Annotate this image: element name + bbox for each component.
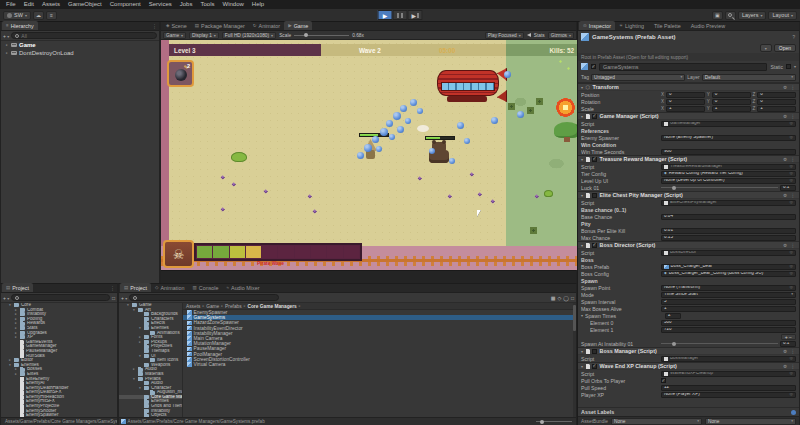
tab-hierarchy[interactable]: ≡ Hierarchy [2, 21, 38, 30]
row-script[interactable]: ScriptWaveEndXPCleanup◎ [578, 370, 799, 377]
gizmos-dropdown[interactable]: Gizmos▾ [548, 32, 574, 39]
object-picker-icon[interactable]: ◎ [790, 264, 794, 269]
game-target-dropdown[interactable]: Game▾ [163, 32, 186, 39]
inspector-tab[interactable]: Tile Palette [648, 21, 685, 30]
lock-icon[interactable]: □ [571, 295, 574, 301]
expand-arrow-icon[interactable]: ▾ [8, 303, 12, 308]
value-field[interactable]: 720 [661, 327, 796, 333]
layer-dropdown[interactable]: Default▾ [702, 74, 796, 81]
mute-audio-icon[interactable] [527, 33, 531, 37]
lock-icon[interactable]: □ [112, 295, 115, 301]
component-header-icons[interactable]: ⚙ ⋮ [783, 243, 796, 248]
view-tab[interactable]: ↻ Animator [249, 21, 284, 30]
stats-button[interactable]: Stats [534, 33, 545, 38]
row-enemy-spawner[interactable]: Enemy SpawnerNone (Enemy Spawner)◎ [578, 134, 799, 141]
bottom-tab[interactable]: ▤ Project [120, 283, 151, 292]
row-spawn-times[interactable]: ▾Spawn Times2 [578, 312, 799, 319]
row-pull-orbs-to-player[interactable]: Pull Orbs To Player✓ [578, 377, 799, 384]
array-size-field[interactable]: 2 [665, 313, 681, 319]
component-header-game-manager-script[interactable]: ▾✓Game Manager (Script)⚙ ⋮ [578, 112, 799, 120]
fold-arrow-icon[interactable]: ▾ [581, 193, 583, 198]
row-player-xp[interactable]: Player XPNone (Player XP)◎ [578, 391, 799, 398]
view-tab[interactable]: ▶ Game [284, 21, 312, 30]
value-field[interactable]: 0.15 [661, 235, 796, 241]
object-field[interactable]: TreasureRewardManager◎ [661, 164, 796, 170]
array-add-remove-buttons[interactable]: + − [781, 334, 796, 340]
view-tab[interactable]: ▤ Package Manager [191, 21, 249, 30]
component-header-icons[interactable]: ⚙ ⋮ [783, 114, 796, 119]
hidden-packages-icon[interactable]: ◯ [563, 295, 569, 301]
expand-arrow-icon[interactable]: ▾ [138, 386, 142, 391]
row-position[interactable]: PositionX0Y0Z0 [578, 91, 799, 98]
enabled-checkbox[interactable]: ✓ [592, 243, 597, 248]
value-field[interactable]: 12 [661, 385, 796, 391]
cloud-button[interactable]: ☁ [33, 11, 44, 20]
thumbnail-size-slider[interactable] [536, 421, 572, 422]
add-button[interactable]: + ▾ [3, 33, 9, 39]
expand-arrow-icon[interactable]: ▸ [5, 51, 9, 55]
enabled-checkbox[interactable] [592, 193, 597, 198]
object-picker-icon[interactable]: ◎ [790, 171, 794, 176]
expand-arrow-icon[interactable]: ▾ [132, 308, 136, 313]
preview-packages-button[interactable]: ▣ [712, 11, 723, 20]
row-max-chance[interactable]: Max Chance0.15 [578, 234, 799, 241]
dropdown-field[interactable]: Time Since Start▾ [661, 292, 796, 298]
enabled-checkbox[interactable] [592, 349, 597, 354]
layers-dropdown[interactable]: Layers ▾ [738, 11, 767, 20]
component-header-icons[interactable]: ⚙ ⋮ [783, 157, 796, 162]
inspector-tab[interactable]: Audio Preview [685, 21, 729, 30]
menu-item[interactable]: GameObject [64, 0, 106, 9]
row-luck-01[interactable]: Luck 010.1 [578, 184, 799, 191]
breadcrumb-item[interactable]: Prefabs ▸ [225, 304, 245, 309]
object-field[interactable]: ◆Reward Config (Reward Tier Config)◎ [661, 171, 796, 177]
slider-track[interactable] [661, 343, 778, 344]
row-mode[interactable]: ModeTime Since Start▾ [578, 291, 799, 298]
active-checkbox[interactable]: ✓ [591, 64, 596, 69]
row-script[interactable]: ScriptBossDirector◎ [578, 249, 799, 256]
expand-arrow-icon[interactable]: ▾ [138, 354, 142, 359]
row-pull-speed[interactable]: Pull Speed12 [578, 384, 799, 391]
menu-item[interactable]: Edit [20, 0, 38, 9]
object-field[interactable]: None (Transform)◎ [661, 285, 796, 291]
menu-item[interactable]: Tools [196, 0, 218, 9]
scale-slider[interactable] [294, 35, 349, 36]
enabled-checkbox[interactable]: ✓ [592, 114, 597, 119]
object-picker-icon[interactable]: ◎ [790, 178, 794, 183]
object-picker-icon[interactable]: ◎ [790, 371, 794, 376]
object-field[interactable]: EliteChestPityManager◎ [661, 200, 796, 206]
pause-button[interactable] [393, 10, 408, 20]
row-script[interactable]: ScriptBossManager◎ [578, 355, 799, 362]
row-script[interactable]: ScriptGameManager◎ [578, 120, 799, 127]
value-field[interactable]: 0.04 [661, 214, 796, 220]
expand-arrow-icon[interactable]: ▾ [8, 363, 12, 368]
scale-slider-thumb[interactable] [304, 33, 308, 37]
bottom-tab[interactable]: ≈ Audio Mixer [223, 283, 264, 292]
axis-value-field[interactable]: 0 [712, 92, 751, 98]
row-script[interactable]: ScriptEliteChestPityManager◎ [578, 199, 799, 206]
breadcrumb-item[interactable]: Game ▸ [206, 304, 223, 309]
search-button[interactable] [725, 11, 736, 20]
object-field[interactable]: GameManager◎ [661, 121, 796, 127]
tab-project[interactable]: ▤ Project [2, 283, 33, 292]
enabled-checkbox[interactable]: ✓ [592, 157, 597, 162]
fold-arrow-icon[interactable]: ▾ [581, 349, 583, 354]
play-button[interactable]: ▶ [378, 10, 393, 20]
component-header-boss-director-script[interactable]: ▾✓Boss Director (Script)⚙ ⋮ [578, 241, 799, 249]
axis-value-field[interactable]: 0 [666, 92, 705, 98]
object-field[interactable]: BossManager◎ [661, 356, 796, 362]
slider-thumb[interactable] [672, 342, 676, 346]
step-button[interactable]: ▶ [408, 10, 423, 20]
hierarchy-item[interactable]: ▸ DontDestroyOnLoad [1, 49, 159, 57]
breadcrumb-item[interactable]: Core Game Managers ▸ [247, 304, 300, 309]
fold-arrow-icon[interactable]: ▾ [581, 313, 583, 318]
play-focused-dropdown[interactable]: Play Focused▾ [485, 32, 524, 39]
object-picker-icon[interactable]: ◎ [790, 121, 794, 126]
row-tier-config[interactable]: Tier Config◆Reward Config (Reward Tier C… [578, 170, 799, 177]
axis-value-field[interactable]: 1 [712, 106, 751, 112]
object-picker-icon[interactable]: ◎ [790, 271, 794, 276]
fold-arrow-icon[interactable]: ▾ [581, 157, 583, 162]
component-header-elite-chest-pity-manager-script[interactable]: ▾Elite Chest Pity Manager (Script)⚙ ⋮ [578, 191, 799, 199]
filter-label-icon[interactable]: ◇ [558, 295, 562, 301]
object-field[interactable]: None (Enemy Spawner)◎ [661, 135, 796, 141]
fold-arrow-icon[interactable]: ▾ [581, 85, 583, 90]
